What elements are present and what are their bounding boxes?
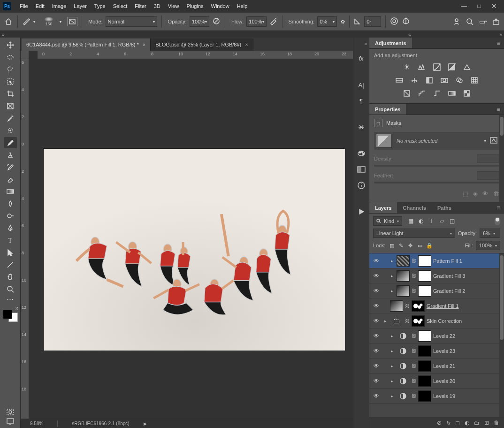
layer-thumbnail[interactable] xyxy=(397,360,410,372)
blur-tool[interactable] xyxy=(4,198,17,209)
swap-colors-icon[interactable]: ⤭ xyxy=(15,306,19,311)
eyedropper-tool[interactable] xyxy=(4,113,17,124)
link-icon[interactable]: ⛓ xyxy=(405,303,410,308)
eraser-tool[interactable] xyxy=(4,174,17,185)
layer-thumbnail[interactable] xyxy=(397,270,410,282)
collapse-icon[interactable]: ▸ xyxy=(389,289,395,293)
workspace-icon[interactable]: ▭▾ xyxy=(479,17,487,26)
layer-row[interactable]: 👁▸⛓Gradient Fill 2 xyxy=(369,283,504,298)
lock-all-icon[interactable]: 🔒 xyxy=(426,243,433,249)
angle-input[interactable]: 0° xyxy=(364,16,381,27)
path-selection-tool[interactable] xyxy=(4,247,17,258)
lock-image-icon[interactable]: ✎ xyxy=(397,243,405,249)
play-panel-icon[interactable] xyxy=(356,206,367,217)
color-swatches[interactable]: ⤭ xyxy=(3,307,18,322)
type-tool[interactable]: T xyxy=(4,235,17,246)
menu-view[interactable]: View xyxy=(164,1,183,11)
healing-brush-tool[interactable] xyxy=(4,125,17,136)
collapse-icon[interactable]: ▸ xyxy=(389,334,395,338)
history-brush-tool[interactable] xyxy=(4,161,17,173)
menu-image[interactable]: Image xyxy=(48,1,70,11)
blend-mode-select[interactable]: Linear Light▾ xyxy=(373,229,455,238)
filter-type-icon[interactable]: T xyxy=(428,217,435,225)
mask-thumbnail[interactable] xyxy=(418,270,431,282)
layer-row[interactable]: 👁▸⛓Levels 23 xyxy=(369,344,504,359)
collapse-icon[interactable]: ▸ xyxy=(389,364,395,368)
layer-thumbnail[interactable] xyxy=(397,345,410,357)
mask-thumbnail[interactable] xyxy=(412,315,425,327)
link-icon[interactable]: ⛓ xyxy=(412,258,416,263)
link-icon[interactable]: ⛓ xyxy=(412,363,416,368)
layer-name[interactable]: Skin Correction xyxy=(427,318,501,324)
clone-stamp-tool[interactable] xyxy=(4,149,17,160)
collapse-tools-icon[interactable]: » xyxy=(2,32,5,37)
filter-smart-icon[interactable]: ◫ xyxy=(448,217,456,225)
layer-row[interactable]: 👁▸⛓Levels 20 xyxy=(369,374,504,389)
feather-slider[interactable]: Feather: xyxy=(374,171,499,183)
vector-mask-icon[interactable] xyxy=(490,137,497,145)
panel-menu-icon[interactable]: ≡ xyxy=(493,106,504,113)
quick-mask-icon[interactable] xyxy=(6,408,15,416)
layer-name[interactable]: Levels 21 xyxy=(433,363,501,369)
visibility-icon[interactable]: 👁 xyxy=(372,378,381,384)
pixel-mask-icon[interactable]: ▪ xyxy=(484,137,486,145)
menu-3d[interactable]: 3D xyxy=(150,1,164,11)
layer-name[interactable]: Gradient Fill 2 xyxy=(433,288,501,294)
color-lookup-icon[interactable] xyxy=(470,76,479,84)
pen-tool[interactable] xyxy=(4,222,17,234)
lasso-tool[interactable] xyxy=(4,64,17,75)
smoothing-input[interactable]: 0%▾ xyxy=(317,16,337,27)
foreground-color[interactable] xyxy=(3,310,12,319)
canvas[interactable] xyxy=(43,148,345,351)
toggle-mask-icon[interactable]: 👁 xyxy=(482,190,489,197)
layer-name[interactable]: Pattern Fill 1 xyxy=(433,258,501,264)
collapse-icon[interactable]: ▸ xyxy=(389,274,395,278)
character-panel-icon[interactable]: A| xyxy=(356,80,367,90)
select-subject-icon[interactable] xyxy=(452,17,461,26)
collapse-icon[interactable]: ▸ xyxy=(389,259,395,263)
new-layer-icon[interactable]: ⊞ xyxy=(484,420,489,426)
posterize-icon[interactable] xyxy=(417,89,427,98)
layer-thumbnail[interactable] xyxy=(390,300,403,312)
brightness-icon[interactable]: ☀ xyxy=(402,63,412,71)
bw-icon[interactable] xyxy=(425,76,434,84)
invert-icon[interactable] xyxy=(402,89,412,98)
collapse-icon[interactable]: ▸ xyxy=(389,349,395,353)
invert-mask-icon[interactable]: ◈ xyxy=(473,190,478,197)
layer-name[interactable]: Levels 22 xyxy=(433,333,501,339)
collapse-icon[interactable]: ▸ xyxy=(389,394,395,398)
mask-preview[interactable] xyxy=(376,134,392,148)
collapse-icon[interactable]: ▸ xyxy=(382,319,388,323)
pressure-size-icon[interactable] xyxy=(390,17,398,26)
smoothing-options-icon[interactable]: ✿ xyxy=(341,19,345,25)
layer-fx-icon[interactable]: fx xyxy=(446,420,451,426)
flow-input[interactable]: 100%▾ xyxy=(246,16,266,27)
brush-tool[interactable] xyxy=(4,137,17,148)
layer-opacity-input[interactable]: 6%▾ xyxy=(480,229,500,238)
paths-tab[interactable]: Paths xyxy=(432,202,457,213)
visibility-icon[interactable]: 👁 xyxy=(372,258,381,264)
color-panel-icon[interactable] xyxy=(356,164,367,175)
photo-filter-icon[interactable] xyxy=(440,76,449,84)
swatches-panel-icon[interactable] xyxy=(356,148,367,159)
menu-layer[interactable]: Layer xyxy=(70,1,91,11)
mask-thumbnail[interactable] xyxy=(418,345,431,357)
layer-name[interactable]: Levels 19 xyxy=(433,393,501,399)
visibility-icon[interactable]: 👁 xyxy=(372,303,381,309)
mask-thumbnail[interactable] xyxy=(418,375,431,387)
frame-tool[interactable] xyxy=(4,100,17,112)
link-icon[interactable]: ⛓ xyxy=(412,288,416,293)
brush-settings-icon[interactable] xyxy=(67,17,77,26)
link-icon[interactable]: ⛓ xyxy=(405,318,410,323)
brushes-panel-icon[interactable] xyxy=(356,122,367,132)
layer-filter-type[interactable]: Kind▾ xyxy=(373,216,402,226)
layer-name[interactable]: Gradient Fill 3 xyxy=(433,273,501,279)
screen-mode-icon[interactable] xyxy=(6,418,15,425)
visibility-icon[interactable]: 👁 xyxy=(372,273,381,279)
layer-row[interactable]: 👁▸⛓Gradient Fill 3 xyxy=(369,268,504,283)
layer-thumbnail[interactable] xyxy=(397,330,410,342)
filter-toggle[interactable] xyxy=(495,217,500,225)
angle-icon[interactable] xyxy=(354,17,361,26)
line-tool[interactable] xyxy=(4,259,17,270)
menu-select[interactable]: Select xyxy=(109,1,131,11)
